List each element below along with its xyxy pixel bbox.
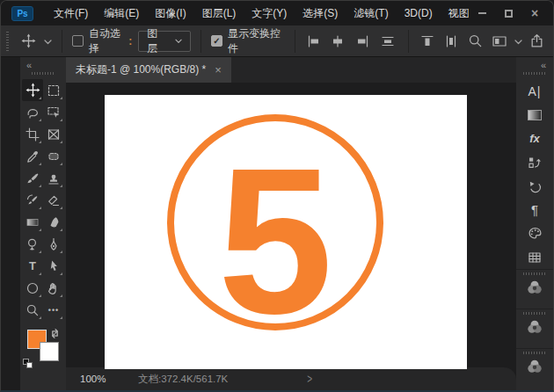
channels-panel-group[interactable] <box>516 309 553 348</box>
rectangular-marquee-tool[interactable] <box>43 79 64 101</box>
healing-brush-tool[interactable] <box>43 145 64 167</box>
align-horizontal-centers-icon[interactable] <box>329 31 346 52</box>
group-grip[interactable] <box>523 352 546 354</box>
tool-options-bar: 自动选择 : 图层 ✓ 显示变换控件 <box>1 25 553 57</box>
channels-icon <box>527 279 543 295</box>
swap-colors-icon[interactable] <box>49 327 61 343</box>
menu-edit[interactable]: 编辑(E) <box>96 1 147 25</box>
minimize-button[interactable] <box>472 5 492 21</box>
align-top-edges-icon[interactable] <box>419 31 436 52</box>
default-colors-icon[interactable] <box>23 359 33 369</box>
group-grip[interactable] <box>523 312 546 315</box>
paragraph-panel-icon[interactable]: ¶ <box>516 198 553 221</box>
history-brush-tool[interactable] <box>22 189 43 211</box>
menu-layer[interactable]: 图层(L) <box>194 1 244 25</box>
hand-tool[interactable] <box>43 277 64 299</box>
options-grip[interactable] <box>6 32 9 51</box>
path-selection-tool[interactable] <box>43 255 64 277</box>
auto-select-label: 自动选择 <box>89 26 126 56</box>
tool-preset-chevron-icon[interactable] <box>44 35 52 47</box>
show-transform-label: 显示变换控件 <box>228 26 285 56</box>
photoshop-logo-icon: Ps <box>11 6 33 21</box>
search-icon[interactable] <box>466 31 484 52</box>
dock-expand-button[interactable]: « <box>516 57 553 71</box>
align-right-edges-icon[interactable] <box>353 31 370 52</box>
group-grip[interactable] <box>523 272 546 275</box>
channels-icon <box>527 319 543 335</box>
panel-dock: « A| fx ¶ <box>516 57 553 390</box>
canvas[interactable]: 5 <box>105 95 467 369</box>
window-controls: × <box>469 5 553 21</box>
background-color-swatch[interactable] <box>40 342 59 361</box>
channels-panel-group[interactable] <box>516 348 553 388</box>
canvas-viewport: 5 <box>66 83 516 367</box>
menu-select[interactable]: 选择(S) <box>295 1 346 25</box>
auto-select-colon: : <box>128 35 132 47</box>
photoshop-window: Ps 文件(F) 编辑(E) 图像(I) 图层(L) 文字(Y) 选择(S) 滤… <box>0 0 554 392</box>
chevron-down-icon <box>175 39 182 44</box>
number-5-text: 5 <box>218 138 333 345</box>
document-area: 未标题-1 @ 100%(RGB/8) * × 5 100% 文档:372.4K… <box>66 57 516 390</box>
eyedropper-tool[interactable] <box>22 145 43 167</box>
character-panel-icon[interactable]: A| <box>516 79 553 103</box>
auto-select-target-dropdown[interactable]: 图层 <box>138 31 191 52</box>
lasso-tool[interactable] <box>22 101 43 123</box>
swatches-panel-icon[interactable] <box>516 245 553 269</box>
layer-comps-panel-icon[interactable] <box>516 150 553 174</box>
menu-type[interactable]: 文字(Y) <box>244 1 295 25</box>
dropdown-value: 图层 <box>147 26 166 56</box>
channels-panel-group[interactable] <box>516 269 553 309</box>
distribute-horizontal-centers-icon[interactable] <box>442 31 460 52</box>
menu-file[interactable]: 文件(F) <box>46 1 96 25</box>
distribute-vertical-centers-icon[interactable] <box>377 31 398 52</box>
tools-collapse-button[interactable]: « <box>20 57 66 71</box>
type-tool[interactable]: T <box>22 255 43 277</box>
clone-stamp-tool[interactable] <box>43 167 64 189</box>
status-chevron-icon[interactable]: > <box>307 372 312 385</box>
history-panel-icon[interactable] <box>516 174 553 198</box>
show-transform-checkbox[interactable]: ✓ 显示变换控件 <box>211 26 285 56</box>
smudge-tool[interactable] <box>43 211 64 233</box>
pen-tool[interactable] <box>43 233 64 255</box>
menu-view[interactable]: 视图(V) <box>441 1 469 25</box>
menu-image[interactable]: 图像(I) <box>147 1 193 25</box>
tab-close-icon[interactable]: × <box>215 64 222 76</box>
document-tab-title: 未标题-1 @ 100%(RGB/8) * <box>76 62 206 77</box>
tools-grip[interactable] <box>32 72 55 75</box>
document-info[interactable]: 文档:372.4K/561.7K > <box>129 373 321 386</box>
zoom-level-field[interactable]: 100% <box>66 374 129 384</box>
separator <box>62 30 62 53</box>
menu-bar: Ps 文件(F) 编辑(E) 图像(I) 图层(L) 文字(Y) 选择(S) 滤… <box>1 1 553 25</box>
gradients-panel-icon[interactable] <box>516 103 553 127</box>
eraser-tool[interactable] <box>43 189 64 211</box>
ellipse-tool[interactable] <box>22 277 43 299</box>
left-gutter <box>1 57 20 390</box>
brush-tool[interactable] <box>22 167 43 189</box>
screen-mode-icon[interactable] <box>490 31 507 52</box>
move-tool[interactable] <box>22 79 43 101</box>
document-tab[interactable]: 未标题-1 @ 100%(RGB/8) * × <box>66 57 231 83</box>
separator <box>200 30 201 53</box>
menu-3d[interactable]: 3D(D) <box>397 1 441 25</box>
close-button[interactable]: × <box>525 5 544 21</box>
object-selection-tool[interactable] <box>43 101 64 123</box>
styles-panel-icon[interactable]: fx <box>516 127 553 150</box>
dock-grip[interactable] <box>523 72 546 75</box>
frame-tool[interactable] <box>43 123 64 145</box>
separator <box>408 30 409 53</box>
gradient-tool[interactable] <box>22 211 43 233</box>
menu-filter[interactable]: 滤镜(T) <box>346 1 396 25</box>
color-panel-icon[interactable] <box>516 221 553 245</box>
screen-mode-chevron-icon[interactable] <box>514 35 522 47</box>
crop-tool[interactable] <box>22 123 43 145</box>
tools-panel: « <box>20 57 66 390</box>
auto-select-checkbox[interactable]: 自动选择 : <box>72 26 132 56</box>
share-icon[interactable] <box>528 31 546 52</box>
move-tool-icon[interactable] <box>20 31 38 52</box>
align-left-edges-icon[interactable] <box>305 31 323 52</box>
zoom-tool[interactable] <box>22 299 43 321</box>
edit-toolbar-button[interactable]: ••• <box>43 299 64 321</box>
dodge-tool[interactable] <box>22 233 43 255</box>
maximize-button[interactable] <box>499 5 518 21</box>
workspace: « <box>1 57 553 390</box>
